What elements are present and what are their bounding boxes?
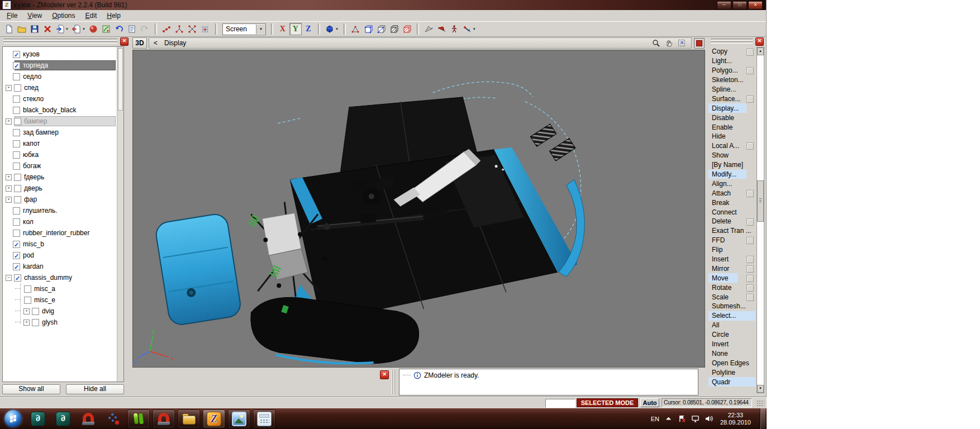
scroll-down-icon[interactable]: ▼ <box>757 385 764 393</box>
command-select[interactable]: Select... <box>708 311 755 321</box>
tree-item-14[interactable]: глушитель. <box>3 205 123 216</box>
maximize-view-button[interactable] <box>694 38 705 49</box>
select-edges-mode-button[interactable] <box>362 23 375 35</box>
save-file-button[interactable] <box>28 23 41 35</box>
material-editor-button[interactable] <box>87 23 100 35</box>
resize-grip[interactable] <box>757 400 764 407</box>
tree-item-checkbox[interactable] <box>32 319 39 326</box>
tree-expand-plus-icon[interactable]: + <box>6 197 12 203</box>
command-exact-tran[interactable]: Exact Tran ... <box>708 226 755 236</box>
command-invert[interactable]: Invert <box>708 340 755 349</box>
command-polygo[interactable]: Polygo... <box>708 66 755 75</box>
tree-expand-plus-icon[interactable]: + <box>6 118 12 125</box>
command-hide[interactable]: Hide <box>708 132 755 141</box>
import-button[interactable] <box>54 23 66 35</box>
commands-scrollbar[interactable]: ▲ ▼ <box>757 47 764 393</box>
command-checkbox[interactable] <box>746 190 754 197</box>
command-open-edges[interactable]: Open Edges <box>708 358 755 368</box>
tree-item-checkbox[interactable] <box>14 174 21 181</box>
select-vertices-mode-button[interactable] <box>349 23 362 35</box>
command-skeleton[interactable]: Skeleton... <box>708 75 755 85</box>
taskbar-app-image-viewer[interactable] <box>228 409 250 428</box>
command-modify[interactable]: Modify... <box>708 170 755 179</box>
command-scale[interactable]: Scale <box>708 292 755 302</box>
close-message-panel-icon[interactable]: ✕ <box>380 370 389 379</box>
marker-tool-button[interactable] <box>435 23 448 35</box>
tree-item-10[interactable]: богаж <box>3 160 123 171</box>
command-local-a[interactable]: Local A... <box>708 141 755 151</box>
tree-item-4[interactable]: стекло <box>3 93 123 104</box>
bone-tools-button-dropdown-icon[interactable]: ▼ <box>473 27 476 31</box>
axis-x-toggle[interactable]: X <box>277 23 288 35</box>
command-checkbox[interactable] <box>746 49 754 56</box>
show-desktop-button[interactable] <box>760 408 765 429</box>
tree-item-checkbox[interactable] <box>32 308 39 315</box>
export-button[interactable] <box>70 23 83 35</box>
command-spline[interactable]: Spline... <box>708 85 755 94</box>
tree-item-11[interactable]: +fдверь <box>3 171 123 183</box>
command-by-name[interactable]: [By Name] <box>708 160 755 170</box>
tree-item-3[interactable]: +спед <box>3 82 123 93</box>
taskbar-clock[interactable]: 22:33 28.09.2010 <box>720 412 751 426</box>
command-move[interactable]: Move <box>708 273 755 283</box>
tree-expand-plus-icon[interactable]: + <box>23 308 30 314</box>
command-checkbox[interactable] <box>746 96 754 103</box>
select-objects-mode-button[interactable] <box>401 23 413 35</box>
open-file-button[interactable] <box>15 23 28 35</box>
command-quadr[interactable]: Quadr <box>708 377 755 387</box>
taskbar-app-calculator[interactable] <box>253 409 275 428</box>
command-break[interactable]: Break <box>708 198 755 207</box>
tree-expand-plus-icon[interactable]: + <box>6 85 12 91</box>
tree-expand-minus-icon[interactable]: − <box>6 275 12 281</box>
command-all[interactable]: All <box>708 321 755 330</box>
tree-item-checkbox[interactable] <box>13 207 20 214</box>
view-mode-select-dropdown-icon[interactable]: ▼ <box>256 25 265 34</box>
message-panel-grip[interactable] <box>392 370 396 394</box>
create-primitive-button-dropdown-icon[interactable]: ▼ <box>335 27 339 31</box>
tree-item-20[interactable]: −✓chassis_dummy <box>3 272 123 283</box>
menu-item-file[interactable]: File <box>2 11 22 21</box>
command-insert[interactable]: Insert <box>708 255 755 264</box>
command-checkbox[interactable] <box>746 67 754 74</box>
command-checkbox[interactable] <box>746 256 754 263</box>
command-disable[interactable]: Disable <box>708 113 755 122</box>
vertex-weld-button[interactable] <box>160 23 173 35</box>
viewport-title-bar[interactable]: < Display <box>149 37 692 49</box>
taskbar-app-zmodeler[interactable] <box>203 409 225 428</box>
volume-icon[interactable] <box>705 414 713 423</box>
fit-view-button[interactable] <box>677 39 687 47</box>
auto-button[interactable]: Auto <box>640 398 659 407</box>
create-primitive-button[interactable] <box>324 23 336 35</box>
command-mirror[interactable]: Mirror <box>708 264 755 273</box>
bone-tools-button[interactable] <box>461 23 474 35</box>
tree-item-checkbox[interactable] <box>14 196 21 203</box>
tree-item-18[interactable]: ✓pod <box>3 250 123 261</box>
close-panel-icon[interactable]: ✕ <box>120 37 129 46</box>
language-indicator[interactable]: EN <box>651 416 659 422</box>
pivot-tool-button[interactable] <box>422 23 435 35</box>
tree-item-checkbox[interactable]: ✓ <box>13 263 20 270</box>
pan-tool-button[interactable] <box>664 39 674 47</box>
network-icon[interactable] <box>691 414 700 423</box>
select-polygons-mode-button[interactable] <box>375 23 388 35</box>
command-show[interactable]: Show <box>708 151 755 160</box>
tree-item-2[interactable]: седло <box>3 71 123 82</box>
tray-expand-icon[interactable] <box>664 414 673 423</box>
viewport-back-icon[interactable]: < <box>154 39 158 47</box>
export-button-dropdown-icon[interactable]: ▼ <box>82 27 85 31</box>
texture-browser-button[interactable] <box>100 23 113 35</box>
command-display[interactable]: Display... <box>708 103 755 113</box>
tree-item-12[interactable]: +дверь <box>3 183 123 194</box>
command-none[interactable]: None <box>708 349 755 359</box>
tree-item-checkbox[interactable]: ✓ <box>13 241 20 248</box>
command-checkbox[interactable] <box>746 218 754 226</box>
command-circle[interactable]: Circle <box>708 330 755 340</box>
menu-item-edit[interactable]: Edit <box>81 11 102 21</box>
tree-item-6[interactable]: +бампер <box>3 116 123 127</box>
snap-grid-button[interactable] <box>199 23 212 35</box>
command-polyline[interactable]: Polyline <box>708 368 755 377</box>
tree-item-checkbox[interactable] <box>13 230 20 237</box>
command-copy[interactable]: Copy <box>708 47 755 56</box>
import-button-dropdown-icon[interactable]: ▼ <box>65 27 69 31</box>
tree-item-16[interactable]: rubber_interior_rubber <box>3 227 123 239</box>
